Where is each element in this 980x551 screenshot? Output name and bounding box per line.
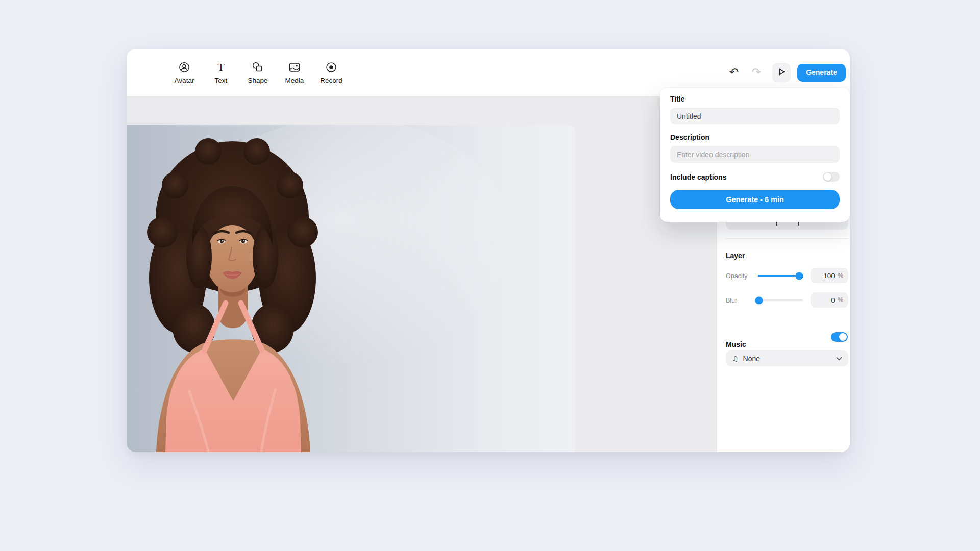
title-label: Title [670, 95, 840, 104]
svg-text:T: T [217, 61, 225, 73]
app-window: Avatar T Text Shape [127, 49, 850, 452]
generate-cta-button[interactable]: Generate - 6 min [670, 190, 840, 209]
undo-button[interactable]: ↶ [726, 63, 742, 82]
toolbar-tools: Avatar T Text Shape [169, 49, 346, 96]
generate-popover: Title Description Include captions Gener… [660, 88, 850, 222]
obscured-text-fragment [776, 221, 777, 226]
music-toggle[interactable] [831, 332, 848, 342]
description-label: Description [670, 133, 840, 142]
tool-shape[interactable]: Shape [243, 61, 273, 84]
tool-shape-label: Shape [248, 77, 267, 84]
tool-media-label: Media [285, 77, 304, 84]
blur-value-box[interactable]: 0 % [811, 292, 848, 308]
undo-icon: ↶ [729, 67, 739, 78]
generate-button[interactable]: Generate [797, 64, 846, 82]
editor-canvas[interactable] [127, 96, 717, 452]
captions-row: Include captions [670, 172, 840, 182]
opacity-unit: % [838, 272, 843, 279]
music-note-icon: ♫ [732, 355, 739, 362]
blur-value: 0 [831, 296, 835, 304]
tool-avatar[interactable]: Avatar [169, 61, 199, 84]
opacity-value-box[interactable]: 100 % [811, 268, 848, 283]
redo-button[interactable]: ↷ [749, 63, 764, 82]
captions-toggle[interactable] [823, 172, 840, 182]
tool-text[interactable]: T Text [206, 61, 236, 84]
music-toggle-knob [839, 333, 847, 341]
tool-avatar-label: Avatar [175, 77, 194, 84]
obscured-text-fragment [798, 221, 799, 226]
opacity-value: 100 [823, 272, 835, 280]
shape-icon [252, 61, 264, 73]
music-dropdown[interactable]: ♫ None [726, 350, 848, 366]
media-icon [288, 61, 301, 73]
avatar-video-frame[interactable] [127, 125, 575, 452]
avatar-icon [178, 61, 190, 73]
sidebar-divider [726, 238, 848, 239]
opacity-slider-knob[interactable] [795, 272, 803, 280]
blur-unit: % [838, 296, 843, 304]
play-preview-button[interactable] [772, 63, 791, 82]
captions-label: Include captions [670, 173, 726, 181]
layer-section-heading: Layer [726, 252, 745, 259]
opacity-slider[interactable] [758, 275, 803, 277]
presenter-avatar-illustration [127, 125, 575, 452]
music-selected-value: None [743, 355, 760, 363]
record-icon [325, 61, 337, 73]
tool-text-label: Text [215, 77, 228, 84]
text-icon: T [215, 61, 227, 73]
tool-record[interactable]: Record [316, 61, 346, 84]
blur-slider[interactable] [758, 299, 803, 301]
title-input[interactable] [670, 108, 840, 124]
tool-record-label: Record [320, 77, 342, 84]
description-input[interactable] [670, 146, 840, 163]
music-section-heading: Music [726, 341, 746, 348]
chevron-down-icon [836, 357, 842, 361]
tool-media[interactable]: Media [280, 61, 309, 84]
opacity-label: Opacity [726, 273, 747, 280]
blur-label: Blur [726, 297, 737, 304]
redo-icon: ↷ [752, 67, 761, 78]
blur-slider-knob[interactable] [755, 296, 763, 304]
captions-toggle-knob [824, 173, 831, 181]
play-icon [776, 67, 787, 79]
